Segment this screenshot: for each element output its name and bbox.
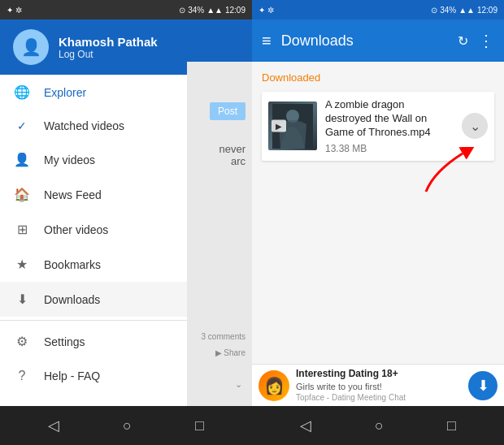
sidebar-item-label: Bookmarks [44, 258, 101, 271]
time-left: 12:09 [225, 6, 245, 15]
page-title: Downloads [281, 32, 448, 50]
ad-banner: 👩 Interesting Dating 18+ Girls write to … [252, 364, 504, 406]
status-bar-right: ✦ ✲ ⊙ 34% ▲▲ 12:09 [252, 0, 504, 19]
globe-icon: 🌐 [13, 84, 31, 100]
item-title: A zombie dragon destroyed the Wall on Ga… [325, 98, 454, 140]
status-bar-left: ✦ ✲ ⊙ 34% ▲▲ 12:09 [0, 0, 252, 19]
bg-comments: 3 comments [202, 332, 245, 341]
bg-more: ⌄ [235, 379, 242, 390]
bottom-nav-left: ◁ ○ □ [0, 406, 252, 445]
back-button[interactable]: ◁ [48, 417, 59, 434]
bg-text-1: never arc [219, 143, 245, 167]
bt-icon2: ✲ [15, 6, 22, 15]
ad-avatar-icon: 👩 [264, 376, 285, 395]
wifi-icon-r: ▲▲ [458, 6, 475, 15]
grid-icon: ⊞ [13, 222, 31, 237]
clock-icon: ⊙ [179, 6, 185, 15]
user-info: Khamosh Pathak Log Out [59, 35, 158, 60]
recents-button-right[interactable]: □ [447, 417, 456, 434]
item-info: A zombie dragon destroyed the Wall on Ga… [325, 98, 454, 154]
ad-source: Topface - Dating Meeting Chat [296, 392, 462, 403]
ad-download-button[interactable]: ⬇ [468, 371, 497, 400]
post-button[interactable]: Post [210, 102, 245, 120]
sidebar-item-label: My videos [44, 153, 95, 166]
more-icon[interactable]: ⋮ [478, 31, 494, 50]
ad-text: Interesting Dating 18+ Girls write to yo… [296, 368, 462, 403]
wifi-icon: ▲▲ [206, 6, 223, 15]
left-status-icons: ✦ ✲ [7, 6, 22, 15]
red-arrow-right [418, 147, 475, 199]
home-button-right[interactable]: ○ [375, 417, 384, 434]
left-status-right: ⊙ 34% ▲▲ 12:09 [179, 6, 245, 15]
downloads-content: Downloaded ▶ A zombie d [252, 62, 504, 364]
background-content: Post never arc 3 comments ▶ Share ⌄ [187, 62, 252, 406]
check-icon: ✓ [13, 119, 31, 132]
time-right: 12:09 [477, 6, 497, 15]
play-overlay: ▶ [272, 120, 286, 132]
thumbnail: ▶ [268, 102, 317, 150]
bg-share: ▶ Share [215, 348, 245, 357]
back-button-right[interactable]: ◁ [300, 417, 311, 434]
bt-icon-r2: ✲ [267, 6, 274, 15]
sidebar-item-label: News Feed [44, 188, 102, 201]
sidebar-item-label: Watched videos [44, 119, 124, 132]
bottom-nav-right: ◁ ○ □ [252, 406, 504, 445]
sidebar-item-label: Explorer [44, 86, 86, 99]
bluetooth-icon: ✦ [7, 6, 13, 15]
ad-subtitle: Girls write to you first! [296, 381, 462, 392]
home-icon: 🏠 [13, 187, 31, 202]
bt-icon-r: ✦ [259, 6, 265, 15]
app-bar: ≡ Downloads ↻ ⋮ [252, 19, 504, 62]
user-name: Khamosh Pathak [59, 35, 158, 49]
left-panel: ✦ ✲ ⊙ 34% ▲▲ 12:09 👤 Khamosh Pathak Log … [0, 0, 252, 445]
avatar-icon: 👤 [21, 37, 41, 57]
logout-link[interactable]: Log Out [59, 49, 158, 60]
avatar: 👤 [13, 29, 49, 65]
person-icon: 👤 [13, 152, 31, 167]
sidebar-item-label: Downloads [44, 293, 100, 306]
right-panel: ✦ ✲ ⊙ 34% ▲▲ 12:09 ≡ Downloads ↻ ⋮ Downl… [252, 0, 504, 445]
refresh-icon[interactable]: ↻ [458, 33, 468, 49]
ad-avatar: 👩 [259, 370, 289, 401]
section-downloaded: Downloaded [262, 71, 494, 84]
recents-button[interactable]: □ [195, 417, 204, 434]
sidebar-item-label: Settings [44, 335, 85, 348]
right-status-right: ⊙ 34% ▲▲ 12:09 [431, 6, 497, 15]
hamburger-icon[interactable]: ≡ [262, 32, 272, 50]
sidebar-item-label: Help - FAQ [44, 369, 100, 382]
settings-icon: ⚙ [13, 334, 31, 349]
signal-pct: 34% [188, 6, 204, 15]
download-icon: ⬇ [13, 292, 31, 307]
right-status-icons: ✦ ✲ [259, 6, 274, 15]
home-button[interactable]: ○ [123, 417, 132, 434]
ad-title: Interesting Dating 18+ [296, 368, 462, 381]
help-icon: ? [13, 369, 31, 383]
star-icon: ★ [13, 257, 31, 272]
signal-pct-r: 34% [440, 6, 456, 15]
download-circle-button[interactable]: ⌄ [462, 113, 488, 139]
sidebar-item-label: Other videos [44, 223, 108, 236]
clock-icon-r: ⊙ [431, 6, 437, 15]
